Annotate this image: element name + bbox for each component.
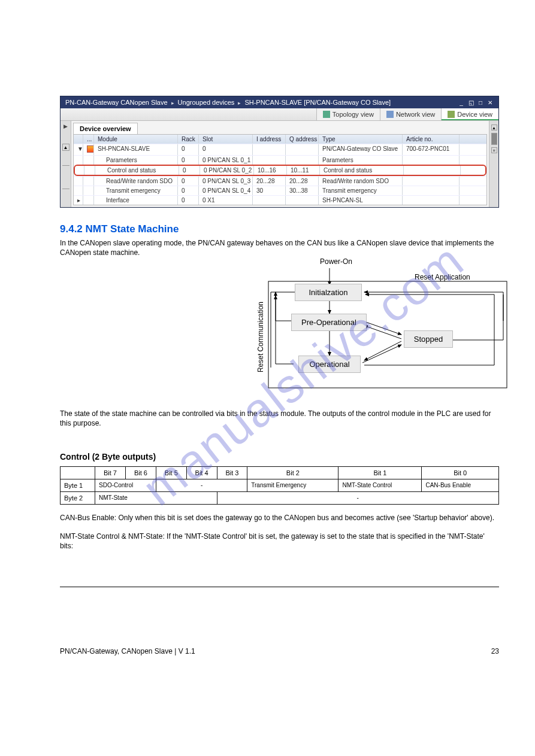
cell-type: Parameters — [319, 156, 403, 165]
window-controls: _ ◱ □ ✕ — [458, 99, 494, 106]
breadcrumb-item[interactable]: PN-CAN-Gateway CANopen Slave — [65, 99, 168, 106]
maximize-icon[interactable]: □ — [477, 99, 484, 106]
device-view-label: Device view — [457, 111, 492, 118]
table-row[interactable]: ▸Interface00 X1SH-PNCAN-SL — [74, 195, 486, 205]
module-icon — [83, 196, 94, 205]
table-row[interactable]: Read/Write random SDO00 PN/CAN SL 0_320.… — [74, 176, 486, 186]
col-type[interactable]: Type — [319, 135, 403, 144]
scroll-up-icon[interactable]: ▲ — [491, 125, 497, 130]
device-overview-table: ... Module Rack Slot I address Q address… — [73, 134, 487, 205]
device-view-button[interactable]: Device view — [441, 108, 498, 120]
breadcrumb-separator — [238, 99, 241, 106]
col-qaddress[interactable]: Q address — [286, 135, 319, 144]
cell-iaddress: 10...16 — [254, 166, 287, 175]
cell-transmit-emergency: Transmit Emergency — [247, 479, 338, 492]
can-bus-enable-paragraph: CAN-Bus Enable: Only when this bit is se… — [60, 513, 499, 523]
col-bit7: Bit 7 — [95, 467, 126, 479]
cell-reserved2: - — [217, 492, 499, 505]
expand-right-icon[interactable]: ▶ — [64, 123, 68, 129]
expand-toggle-icon[interactable] — [75, 166, 84, 175]
page-footer: PN/CAN-Gateway, CANopen Slave | V 1.1 23 — [60, 647, 499, 655]
topology-icon — [323, 111, 330, 118]
cell-rack: 0 — [178, 186, 199, 195]
cell-qaddress: 20...28 — [286, 177, 319, 186]
cell-rack: 0 — [179, 166, 200, 175]
cell-module: Control and status — [95, 166, 179, 175]
col-dots: ... — [83, 135, 94, 144]
control-bits-table: Bit 7 Bit 6 Bit 5 Bit 4 Bit 3 Bit 2 Bit … — [60, 466, 499, 505]
expand-toggle-icon[interactable] — [74, 186, 83, 195]
col-rack[interactable]: Rack — [178, 135, 199, 144]
footer-page-number: 23 — [491, 647, 499, 655]
minimize-icon[interactable]: _ — [458, 99, 465, 106]
cell-byte2-label: Byte 2 — [61, 492, 95, 505]
cell-slot: 0 X1 — [199, 196, 253, 205]
scrollbar-thumb[interactable] — [491, 133, 497, 145]
nmt-note-paragraph: The state of the state machine can be co… — [60, 409, 499, 428]
cell-iaddress — [253, 156, 286, 165]
cell-rack: 0 — [178, 156, 199, 165]
scroll-up-icon[interactable]: ▲ — [62, 144, 69, 151]
cell-slot: 0 PN/CAN SL 0_3 — [199, 177, 253, 186]
cell-rack: 0 — [178, 196, 199, 205]
state-initialization: Initialzation — [295, 284, 362, 301]
breadcrumb-item[interactable]: Ungrouped devices — [178, 99, 235, 106]
module-icon — [83, 186, 94, 195]
close-icon[interactable]: ✕ — [486, 99, 494, 106]
network-icon — [386, 111, 394, 118]
control-bytes-heading: Control (2 Byte outputs) — [60, 452, 499, 462]
table-row[interactable]: Parameters00 PN/CAN SL 0_1Parameters — [74, 155, 486, 165]
col-slot[interactable]: Slot — [199, 135, 253, 144]
table-row[interactable]: Transmit emergency00 PN/CAN SL 0_43030..… — [74, 186, 486, 195]
cell-qaddress: 10...11 — [287, 166, 320, 175]
cell-iaddress: 20...28 — [253, 177, 286, 186]
tia-portal-window: PN-CAN-Gateway CANopen Slave Ungrouped d… — [60, 96, 499, 208]
expand-toggle-icon[interactable]: ▸ — [74, 196, 83, 205]
table-row: Byte 2 NMT-State - — [61, 492, 499, 505]
section-heading-nmt: 9.4.2 NMT State Machine — [60, 223, 499, 235]
scrollbar-track[interactable] — [62, 165, 69, 189]
module-icon — [83, 144, 94, 155]
table-row[interactable]: ▼SH-PNCAN-SLAVE00PN/CAN-Gateway CO Slave… — [74, 144, 486, 155]
footer-left: PN/CAN-Gateway, CANopen Slave | V 1.1 — [60, 647, 195, 655]
cell-iaddress — [253, 196, 286, 205]
col-bit5: Bit 5 — [156, 467, 186, 479]
table-header-row: Bit 7 Bit 6 Bit 5 Bit 4 Bit 3 Bit 2 Bit … — [61, 467, 499, 479]
cell-type: SH-PNCAN-SL — [319, 196, 403, 205]
col-bit2: Bit 2 — [247, 467, 338, 479]
network-view-label: Network view — [396, 111, 435, 118]
col-article[interactable]: Article no. — [403, 135, 460, 144]
nmt-intro-paragraph: In the CANopen slave operating mode, the… — [60, 239, 499, 257]
col-bit4: Bit 4 — [186, 467, 217, 479]
cell-qaddress: 30...38 — [286, 186, 319, 195]
scroll-line-icon[interactable]: ≡ — [491, 147, 497, 153]
col-module[interactable]: Module — [94, 135, 178, 144]
view-toolbar: Topology view Network view Device view — [61, 108, 498, 121]
cell-sdo-control: SDO-Control — [95, 479, 156, 492]
expand-toggle-icon[interactable]: ▼ — [74, 144, 83, 155]
breadcrumb-item[interactable]: SH-PNCAN-SLAVE [PN/CAN-Gateway CO Slave] — [244, 99, 391, 106]
col-iaddress[interactable]: I address — [253, 135, 286, 144]
cell-article: 700-672-PNC01 — [403, 144, 460, 155]
table-row: Byte 1 SDO-Control - Transmit Emergency … — [61, 479, 499, 492]
breadcrumb: PN-CAN-Gateway CANopen Slave Ungrouped d… — [65, 99, 391, 106]
topology-view-label: Topology view — [333, 111, 374, 118]
label-reset-communication: Reset Communication — [256, 302, 265, 372]
restore-icon[interactable]: ◱ — [467, 99, 474, 106]
cell-slot: 0 — [199, 144, 253, 155]
expand-toggle-icon[interactable] — [74, 156, 83, 165]
device-overview-tab[interactable]: Device overview — [73, 123, 138, 134]
module-icon — [83, 156, 94, 165]
network-view-button[interactable]: Network view — [380, 108, 441, 120]
cell-type: Read/Write random SDO — [319, 177, 403, 186]
footer-rule — [60, 587, 499, 587]
table-row[interactable]: Control and status00 PN/CAN SL 0_210...1… — [74, 165, 486, 176]
state-stopped: Stopped — [404, 330, 453, 348]
expand-toggle-icon[interactable] — [74, 177, 83, 186]
topology-view-button[interactable]: Topology view — [316, 108, 380, 120]
cell-module: SH-PNCAN-SLAVE — [94, 144, 178, 155]
svg-line-5 — [364, 326, 401, 339]
breadcrumb-separator — [171, 99, 174, 106]
nmt-state-control-paragraph: NMT-State Control & NMT-State: If the 'N… — [60, 532, 499, 551]
col-bit6: Bit 6 — [125, 467, 156, 479]
